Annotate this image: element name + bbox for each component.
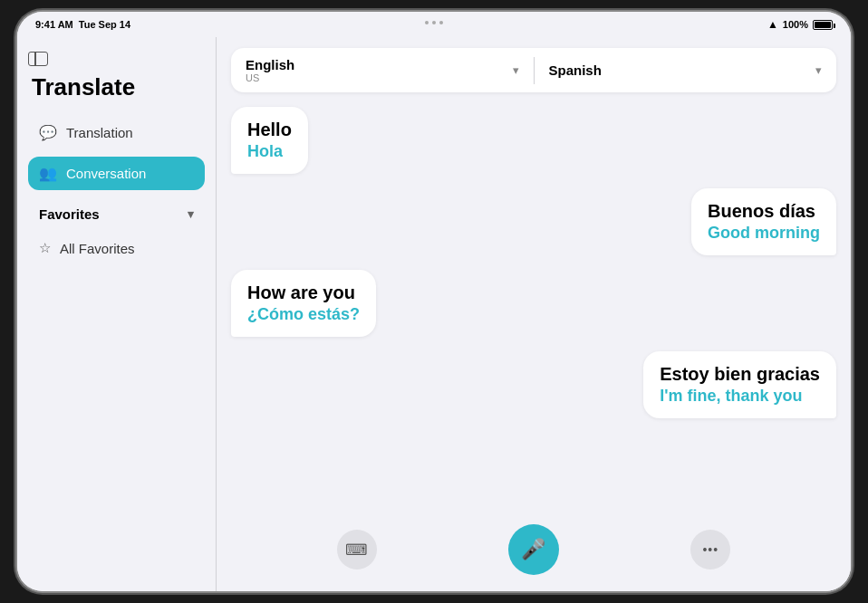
more-icon: ••• [702, 542, 719, 557]
bubble-4[interactable]: Estoy bien gracias I'm fine, thank you [643, 351, 836, 418]
conversation-label: Conversation [66, 166, 146, 181]
bubble-1-original: Hello [247, 120, 292, 140]
right-panel: English US ▾ Spanish ▾ Hello [217, 37, 851, 591]
favorites-section-header[interactable]: Favorites ▾ [28, 197, 205, 225]
conversation-area: Hello Hola Buenos días Good morning How … [217, 92, 851, 512]
conversation-icon: 👥 [39, 165, 57, 182]
bottom-toolbar: ⌨ 🎤 ••• [217, 512, 851, 591]
translation-label: Translation [66, 125, 133, 140]
keyboard-button[interactable]: ⌨ [337, 530, 377, 570]
device-frame: 9:41 AM Tue Sep 14 ▲ 100% Translate 💬 Tr… [17, 12, 851, 591]
mic-icon: 🎤 [521, 538, 545, 561]
status-date: Tue Sep 14 [79, 19, 130, 30]
wifi-icon: ▲ [767, 18, 778, 31]
language-left-chevron-icon: ▾ [513, 63, 519, 77]
status-bar: 9:41 AM Tue Sep 14 ▲ 100% [17, 12, 851, 37]
translation-icon: 💬 [39, 124, 57, 141]
language-right-button[interactable]: Spanish ▾ [535, 53, 837, 87]
bubble-4-translation: I'm fine, thank you [660, 387, 820, 406]
favorites-chevron-icon: ▾ [188, 207, 194, 221]
bubble-2-original: Buenos días [708, 201, 820, 222]
bubble-2[interactable]: Buenos días Good morning [691, 188, 836, 255]
all-favorites-label: All Favorites [60, 241, 135, 256]
status-time: 9:41 AM [35, 19, 73, 30]
star-icon: ☆ [39, 240, 51, 256]
battery-percent: 100% [783, 19, 808, 30]
language-left-name: English [246, 57, 294, 72]
more-button[interactable]: ••• [690, 530, 730, 570]
bubble-1[interactable]: Hello Hola [231, 107, 308, 174]
language-right-chevron-icon: ▾ [815, 63, 822, 77]
sidebar-toggle-icon[interactable] [28, 52, 48, 66]
bubble-2-translation: Good morning [708, 224, 820, 243]
bubble-4-original: Estoy bien gracias [660, 364, 820, 385]
language-right-name: Spanish [549, 62, 602, 78]
sidebar-item-conversation[interactable]: 👥 Conversation [28, 157, 205, 190]
keyboard-icon: ⌨ [345, 541, 368, 560]
favorites-label: Favorites [39, 206, 100, 222]
main-content: Translate 💬 Translation 👥 Conversation F… [17, 37, 851, 591]
mic-button[interactable]: 🎤 [508, 524, 559, 575]
bubble-3[interactable]: How are you ¿Cómo estás? [231, 270, 376, 337]
bubble-3-translation: ¿Cómo estás? [247, 305, 360, 324]
language-left-button[interactable]: English US ▾ [231, 48, 534, 92]
language-left-region: US [246, 72, 294, 83]
battery-icon [813, 20, 833, 30]
top-dots [425, 21, 443, 24]
sidebar-item-translation[interactable]: 💬 Translation [28, 116, 205, 149]
all-favorites-item[interactable]: ☆ All Favorites [28, 233, 205, 263]
language-bar: English US ▾ Spanish ▾ [231, 48, 836, 92]
bubble-1-translation: Hola [247, 142, 292, 161]
bubble-3-original: How are you [247, 282, 360, 303]
sidebar-title: Translate [28, 73, 205, 101]
sidebar: Translate 💬 Translation 👥 Conversation F… [17, 37, 217, 591]
